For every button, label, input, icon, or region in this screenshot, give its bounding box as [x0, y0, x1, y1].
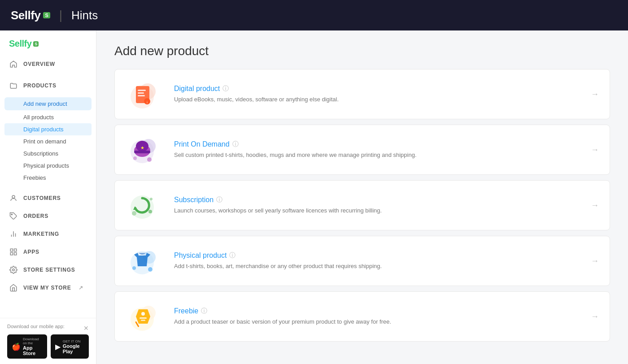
info-icon-physical: ⓘ — [229, 251, 236, 260]
physical-body: Physical product ⓘ Add t-shirts, books, … — [167, 243, 580, 278]
subscription-arrow: → — [580, 201, 610, 210]
freebie-desc: Add a product teaser or basic version of… — [174, 318, 573, 326]
google-play-icon: ▶ — [55, 342, 61, 351]
svg-rect-10 — [138, 90, 146, 91]
svg-point-30 — [132, 266, 136, 270]
folder-icon — [9, 81, 18, 90]
sidebar-item-orders[interactable]: ORDERS — [0, 207, 96, 225]
physical-title: Physical product ⓘ — [174, 251, 573, 260]
svg-rect-5 — [14, 253, 17, 255]
sidebar-item-add-new-product[interactable]: Add new product — [4, 97, 92, 110]
close-banner-icon[interactable]: ✕ — [83, 325, 89, 332]
topbar-logo-badge: S — [43, 12, 50, 18]
info-icon-freebie: ⓘ — [201, 307, 207, 315]
svg-rect-12 — [138, 95, 145, 96]
subscription-desc: Launch courses, workshops or sell yearly… — [174, 207, 573, 215]
top-bar: Sellfy S | Hints — [0, 0, 628, 30]
sidebar-item-overview-label: OVERVIEW — [23, 61, 55, 67]
sidebar-item-apps[interactable]: APPS — [0, 243, 96, 261]
svg-rect-19 — [134, 151, 150, 153]
physical-arrow: → — [580, 256, 610, 266]
chart-icon — [9, 230, 18, 238]
pod-title: Print On Demand ⓘ — [174, 140, 573, 148]
product-card-subscription[interactable]: Subscription ⓘ Launch courses, workshops… — [114, 180, 610, 230]
physical-desc: Add t-shirts, books, art, merchandise or… — [174, 262, 573, 270]
sidebar-item-products[interactable]: PRODUCTS — [0, 77, 96, 95]
pod-desc: Sell custom printed t-shirts, hoodies, m… — [174, 151, 573, 159]
sidebar-item-print-on-demand[interactable]: Print on demand — [0, 135, 96, 147]
apple-icon: 🍎 — [12, 342, 21, 351]
tag-icon — [9, 212, 18, 221]
topbar-title: Hints — [71, 9, 98, 22]
svg-text:★: ★ — [140, 145, 144, 150]
physical-illustration — [122, 241, 162, 281]
page-title: Add new product — [114, 44, 610, 58]
products-submenu: Add new product All products Digital pro… — [0, 95, 96, 187]
svg-point-6 — [13, 269, 15, 271]
digital-product-desc: Upload eBooks, music, videos, software o… — [174, 95, 573, 104]
product-card-freebie[interactable]: Freebie ⓘ Add a product teaser or basic … — [114, 291, 610, 342]
pod-illustration: ★ — [122, 130, 162, 170]
info-icon-digital: ⓘ — [222, 85, 229, 93]
freebie-body: Freebie ⓘ Add a product teaser or basic … — [167, 299, 580, 334]
sidebar-logo-text: Sellfy — [9, 39, 31, 49]
svg-point-21 — [133, 156, 137, 160]
sidebar-item-all-products[interactable]: All products — [0, 111, 96, 123]
sidebar-item-products-label: PRODUCTS — [23, 82, 57, 89]
sidebar-item-physical-products[interactable]: Physical products — [0, 160, 96, 172]
app-badges: 🍎 Download on the App Store ▶ GET IT ON … — [7, 334, 89, 359]
sidebar-item-store-settings[interactable]: STORE SETTINGS — [0, 261, 96, 279]
main-layout: Sellfy S OVERVIEW P — [0, 30, 628, 364]
svg-text:↓: ↓ — [146, 100, 148, 104]
sidebar-item-customers[interactable]: CUSTOMERS — [0, 189, 96, 207]
gear-icon — [9, 265, 18, 274]
grid-icon — [9, 247, 18, 256]
subscription-illustration — [122, 185, 162, 225]
download-app-text: Download our mobile app: — [7, 324, 65, 329]
svg-rect-11 — [138, 92, 144, 94]
sidebar-logo: Sellfy S — [0, 30, 96, 53]
person-icon — [9, 194, 18, 203]
app-store-badge[interactable]: 🍎 Download on the App Store — [7, 334, 47, 359]
subscription-title: Subscription ⓘ — [174, 196, 573, 204]
nav-section-products: PRODUCTS Add new product All products Di… — [0, 75, 96, 189]
digital-product-illustration: ↓ — [122, 74, 162, 114]
product-card-pod[interactable]: ★ Print On Demand ⓘ Sell custom printed … — [114, 125, 610, 175]
sidebar: Sellfy S OVERVIEW P — [0, 30, 96, 364]
pod-arrow: → — [580, 145, 610, 155]
sidebar-item-view-my-store[interactable]: VIEW MY STORE ↗ — [0, 279, 96, 297]
product-card-digital[interactable]: ↓ Digital product ⓘ Upload eBooks, music… — [114, 69, 610, 119]
svg-point-1 — [11, 214, 12, 215]
store-icon — [9, 283, 18, 292]
pod-body: Print On Demand ⓘ Sell custom printed t-… — [167, 132, 580, 167]
svg-point-34 — [141, 312, 145, 316]
svg-rect-36 — [141, 320, 145, 321]
svg-rect-4 — [10, 253, 13, 255]
nav-section-overview: OVERVIEW — [0, 53, 96, 75]
svg-point-0 — [12, 195, 15, 198]
svg-rect-35 — [140, 317, 147, 319]
sidebar-item-freebies[interactable]: Freebies — [0, 172, 96, 184]
sidebar-item-digital-products[interactable]: Digital products — [4, 123, 92, 135]
digital-product-arrow: → — [580, 90, 610, 99]
sidebar-item-subscriptions[interactable]: Subscriptions — [0, 147, 96, 160]
freebie-illustration — [122, 296, 162, 337]
freebie-title: Freebie ⓘ — [174, 307, 573, 315]
digital-product-body: Digital product ⓘ Upload eBooks, music, … — [167, 77, 580, 112]
info-icon-subscription: ⓘ — [216, 196, 222, 204]
product-card-physical[interactable]: Physical product ⓘ Add t-shirts, books, … — [114, 236, 610, 286]
main-content: Add new product ↓ — [96, 30, 628, 364]
svg-point-22 — [147, 157, 152, 162]
external-link-icon: ↗ — [78, 285, 83, 291]
sidebar-item-marketing[interactable]: MARKETING — [0, 225, 96, 243]
topbar-divider: | — [59, 8, 62, 22]
home-icon — [9, 60, 18, 69]
info-icon-pod: ⓘ — [232, 140, 239, 148]
sidebar-footer: Download our mobile app: ✕ 🍎 Download on… — [0, 318, 96, 364]
svg-point-31 — [148, 267, 153, 272]
sidebar-item-overview[interactable]: OVERVIEW — [0, 55, 96, 73]
svg-rect-3 — [14, 249, 17, 251]
svg-point-25 — [132, 211, 136, 216]
google-play-badge[interactable]: ▶ GET IT ON Google Play — [51, 334, 89, 359]
freebie-arrow: → — [580, 312, 610, 321]
